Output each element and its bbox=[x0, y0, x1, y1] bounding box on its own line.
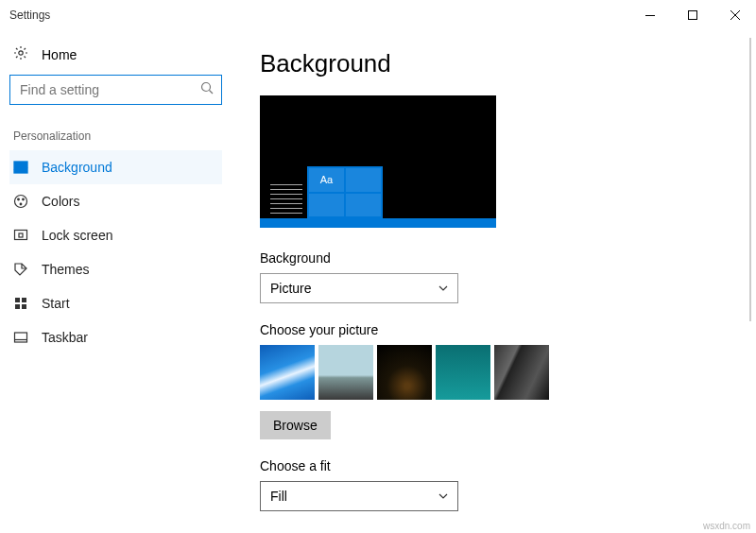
maximize-button[interactable] bbox=[671, 0, 713, 30]
window-controls bbox=[628, 0, 756, 30]
preview-sample-text: Aa bbox=[309, 168, 344, 192]
desktop-preview: Aa bbox=[260, 95, 496, 228]
choose-picture-label: Choose your picture bbox=[260, 322, 728, 337]
lock-screen-icon bbox=[13, 228, 28, 243]
close-button[interactable] bbox=[713, 0, 756, 30]
window-title: Settings bbox=[9, 9, 50, 22]
sidebar-item-label: Taskbar bbox=[42, 330, 88, 345]
preview-taskbar bbox=[260, 218, 496, 228]
picture-thumbnail[interactable] bbox=[318, 345, 373, 400]
fit-value: Fill bbox=[270, 489, 287, 504]
svg-point-8 bbox=[15, 196, 27, 208]
sidebar-item-label: Themes bbox=[42, 262, 90, 277]
svg-point-5 bbox=[202, 83, 211, 92]
choose-fit-label: Choose a fit bbox=[260, 458, 728, 473]
start-icon bbox=[13, 296, 28, 311]
svg-point-10 bbox=[23, 198, 25, 200]
svg-rect-18 bbox=[15, 333, 27, 342]
chevron-down-icon bbox=[438, 489, 448, 504]
svg-rect-12 bbox=[15, 231, 27, 240]
picture-thumbnails bbox=[260, 345, 728, 400]
gear-icon bbox=[13, 45, 28, 63]
sidebar-item-label: Background bbox=[42, 160, 112, 175]
background-value: Picture bbox=[270, 281, 312, 296]
sidebar-item-themes[interactable]: Themes bbox=[9, 252, 222, 286]
scrollbar[interactable] bbox=[749, 38, 751, 321]
preview-start-list bbox=[263, 184, 302, 218]
chevron-down-icon bbox=[438, 281, 448, 296]
sidebar-item-lock-screen[interactable]: Lock screen bbox=[9, 218, 222, 252]
svg-rect-17 bbox=[22, 304, 26, 309]
minimize-button[interactable] bbox=[628, 0, 671, 30]
background-label: Background bbox=[260, 250, 728, 266]
watermark: wsxdn.com bbox=[703, 521, 750, 531]
sidebar-item-start[interactable]: Start bbox=[9, 286, 222, 320]
background-dropdown[interactable]: Picture bbox=[260, 273, 458, 303]
sidebar-item-background[interactable]: Background bbox=[9, 150, 222, 184]
main-content: Background Aa Background Picture Choose … bbox=[232, 30, 756, 521]
taskbar-icon bbox=[13, 330, 28, 345]
sidebar-item-label: Start bbox=[42, 296, 70, 311]
picture-icon bbox=[13, 160, 28, 175]
search-box[interactable] bbox=[9, 75, 222, 105]
category-label: Personalization bbox=[9, 126, 222, 150]
preview-start-tiles: Aa bbox=[307, 166, 383, 218]
picture-thumbnail[interactable] bbox=[260, 345, 315, 400]
page-title: Background bbox=[260, 49, 728, 78]
sidebar-item-taskbar[interactable]: Taskbar bbox=[9, 320, 222, 354]
svg-rect-14 bbox=[15, 298, 20, 302]
sidebar-item-label: Colors bbox=[42, 194, 79, 209]
palette-icon bbox=[13, 194, 28, 209]
sidebar: Home Personalization Background Colors L… bbox=[0, 30, 232, 521]
search-icon bbox=[200, 81, 214, 98]
home-button[interactable]: Home bbox=[9, 40, 222, 75]
svg-rect-0 bbox=[645, 15, 655, 16]
titlebar: Settings bbox=[0, 0, 756, 30]
svg-point-4 bbox=[19, 51, 23, 55]
themes-icon bbox=[13, 262, 28, 277]
sidebar-item-colors[interactable]: Colors bbox=[9, 184, 222, 218]
browse-button[interactable]: Browse bbox=[260, 411, 331, 439]
home-label: Home bbox=[42, 47, 77, 62]
svg-rect-16 bbox=[15, 304, 20, 309]
search-input[interactable] bbox=[18, 81, 200, 98]
svg-point-9 bbox=[18, 198, 20, 200]
picture-thumbnail[interactable] bbox=[377, 345, 432, 400]
svg-line-6 bbox=[210, 91, 214, 95]
picture-thumbnail[interactable] bbox=[436, 345, 490, 400]
svg-point-11 bbox=[20, 203, 22, 205]
picture-thumbnail[interactable] bbox=[494, 345, 549, 400]
sidebar-item-label: Lock screen bbox=[42, 228, 112, 243]
fit-dropdown[interactable]: Fill bbox=[260, 481, 458, 511]
svg-rect-15 bbox=[22, 298, 26, 302]
svg-rect-13 bbox=[19, 233, 23, 237]
svg-rect-1 bbox=[688, 11, 696, 20]
